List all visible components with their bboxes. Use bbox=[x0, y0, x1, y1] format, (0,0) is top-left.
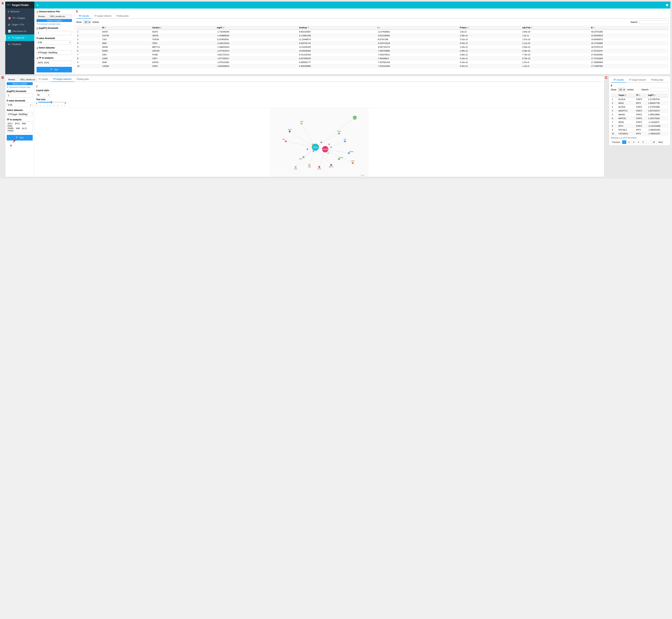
svg-point-39 bbox=[330, 164, 332, 166]
page-2-button[interactable]: 2 bbox=[627, 140, 631, 144]
svg-text:KAT2A: KAT2A bbox=[288, 129, 292, 130]
page-4-button[interactable]: 4 bbox=[636, 140, 640, 144]
tf-input-a[interactable] bbox=[37, 61, 72, 65]
page-10-button[interactable]: 10 bbox=[651, 140, 656, 144]
tf-textarea-b[interactable]: ATF3 ATF2 MYB ESR1 FOXM1 VDR GLI1 FOXA1 … bbox=[7, 122, 33, 133]
table-row: 5ANXA2STAT31.384516885 bbox=[611, 113, 669, 117]
col-header-c-tf[interactable]: TF ⇅ bbox=[635, 93, 647, 97]
page-ellipsis-button[interactable]: ... bbox=[646, 140, 650, 144]
sidebar-item-pan-tissue[interactable]: 📊 Pan-tissue cor bbox=[5, 28, 34, 35]
sidebar-label-feedback: Feedback bbox=[12, 43, 21, 46]
svg-point-31 bbox=[302, 156, 304, 158]
layout-select[interactable]: kk fr circle bbox=[36, 93, 51, 97]
svg-text:IKZF5: IKZF5 bbox=[299, 158, 302, 159]
download-label-a: Download example data bbox=[39, 23, 60, 25]
col-header-adjpval[interactable]: adj.P.Val ⇅ bbox=[521, 25, 590, 30]
tab-plotting-b[interactable]: Plotting data bbox=[74, 77, 91, 82]
svg-text:ZNF302: ZNF302 bbox=[349, 151, 354, 152]
col-header-b[interactable]: B ⇅ bbox=[590, 25, 669, 30]
tftargets-icon: 🎯 bbox=[8, 17, 11, 20]
browse-button-b[interactable]: Browse... bbox=[7, 77, 18, 81]
col-header-symbol[interactable]: Symbol ⇅ bbox=[151, 25, 216, 30]
svg-text:TOP2A: TOP2A bbox=[337, 131, 341, 132]
sidebar-item-tf-targets[interactable]: 🎯 TF-->Targets bbox=[5, 15, 34, 21]
col-header-index bbox=[76, 25, 101, 30]
svg-point-50 bbox=[328, 144, 330, 145]
go-button-b[interactable]: 🔍 Go! bbox=[7, 135, 33, 140]
tab-plotting-c[interactable]: Plotting data bbox=[649, 77, 666, 83]
table-row: 823492CBX7-1.8772325178.307905543-7.8816… bbox=[76, 57, 669, 60]
search-input-a[interactable] bbox=[639, 20, 669, 24]
search-label-c: Search: bbox=[642, 88, 649, 91]
col-header-t[interactable]: t ⇅ bbox=[376, 25, 459, 30]
page-3-button[interactable]: 3 bbox=[632, 140, 636, 144]
tab-tf-results-a[interactable]: TF results bbox=[76, 14, 91, 19]
table-controls-c: Show 10 25 entries Search: bbox=[611, 88, 669, 92]
svg-text:ZNF25: ZNF25 bbox=[317, 168, 321, 169]
download-icon-a: ⬇ bbox=[37, 23, 38, 25]
step8-number: 8 bbox=[611, 84, 612, 87]
file-name-a: DEG_results.csv bbox=[49, 14, 72, 18]
hamburger-icon[interactable]: ≡ bbox=[37, 3, 39, 7]
datasets-group-a: 3 Select datasets: bbox=[37, 47, 72, 55]
logfc-group-a: 2 |log2FC| threshold: bbox=[37, 27, 72, 35]
search-input-c[interactable] bbox=[650, 88, 669, 91]
next-button[interactable]: Next bbox=[657, 140, 664, 144]
datasets-input-b[interactable] bbox=[7, 112, 33, 117]
prev-button[interactable]: Previous bbox=[611, 140, 621, 144]
tab-tf-results-b[interactable]: TF results bbox=[36, 77, 51, 82]
feedback-icon: ✉ bbox=[8, 43, 10, 46]
sidebar-label-welcome: Welcome bbox=[10, 10, 19, 13]
entries-select-a[interactable]: 10 25 50 bbox=[83, 20, 91, 24]
browse-button-a[interactable]: Browse... bbox=[37, 14, 48, 18]
page-1-button[interactable]: 1 bbox=[622, 140, 626, 144]
panel-c-content: TF results TF-target network Plotting da… bbox=[609, 76, 670, 145]
datasets-input-a[interactable] bbox=[37, 51, 72, 55]
col-header-logfc[interactable]: logFC ⇅ bbox=[216, 25, 298, 30]
tab-tf-network-c[interactable]: TF-target network bbox=[626, 77, 649, 83]
entries-select-c[interactable]: 10 25 bbox=[618, 88, 626, 92]
download-label-b: Download example data bbox=[9, 86, 30, 88]
sidebar-item-tf-target-net[interactable]: ✦ TF-target net bbox=[5, 35, 34, 41]
pvalue-select-b[interactable]: 0.05 bbox=[7, 103, 33, 107]
pvalue-select-a[interactable]: 0.05 0.01 0.1 bbox=[37, 40, 72, 45]
tf-group-b: TF to analysis: ATF3 ATF2 MYB ESR1 FOXM1… bbox=[7, 118, 33, 133]
col-header-c-target[interactable]: Target ⇅ bbox=[617, 93, 635, 97]
col-header-id[interactable]: ID ⇅ bbox=[101, 25, 151, 30]
panel-b-tabs: TF results TF-target network Plotting da… bbox=[34, 76, 604, 177]
results-table-a: ID ⇅ Symbol ⇅ logFC ⇅ AveExpr ⇅ t ⇅ P.Va… bbox=[76, 25, 669, 68]
tab-plotting-a[interactable]: Plotting data bbox=[114, 14, 131, 19]
text-size-slider[interactable] bbox=[38, 102, 64, 105]
table-row: 9ATG16L2ATF3-1.696291691 bbox=[611, 128, 669, 132]
page-5-button[interactable]: 5 bbox=[641, 140, 645, 144]
step4-number: 4 bbox=[37, 57, 38, 60]
step6-number: 6 bbox=[10, 144, 12, 147]
sidebar-item-feedback[interactable]: ✉ Feedback bbox=[5, 41, 34, 48]
logfc-input-b[interactable] bbox=[7, 93, 33, 98]
logfc-input-a[interactable] bbox=[37, 31, 72, 35]
svg-point-27 bbox=[344, 140, 346, 142]
table-row: 6ARPC5LSTAT31.229175026 bbox=[611, 117, 669, 120]
form-panel-b: Browse... DEG_results.csv Upload complet… bbox=[5, 76, 34, 177]
col-header-aveexpr[interactable]: AveExpr ⇅ bbox=[298, 25, 377, 30]
layout-style-row: Layout style: bbox=[36, 89, 602, 92]
sidebar-item-welcome[interactable]: ℹ Welcome bbox=[5, 8, 34, 15]
tab-tf-results-c[interactable]: TF results bbox=[611, 77, 626, 83]
targettfs-icon: ⊞ bbox=[8, 23, 10, 26]
svg-point-29 bbox=[285, 140, 287, 142]
network-controls: 7 Layout style: kk fr bbox=[34, 84, 604, 108]
file-row-b: Browse... DEG_results.csv bbox=[7, 77, 33, 81]
tab-tf-network-b[interactable]: TF-target network bbox=[51, 77, 74, 82]
svg-text:OSR2: OSR2 bbox=[294, 168, 297, 169]
download-link-b[interactable]: ⬇ Download example data bbox=[7, 86, 33, 88]
go-button-a[interactable]: 🔍 Go! bbox=[37, 67, 72, 72]
download-link-a[interactable]: ⬇ Download example data bbox=[37, 23, 72, 25]
col-header-pvalue[interactable]: P.Value ⇅ bbox=[459, 25, 521, 30]
file-row: Browse... DEG_results.csv bbox=[37, 14, 72, 18]
col-header-c-logfc[interactable]: logFC ⇅ bbox=[647, 93, 669, 97]
tab-tf-network-a[interactable]: TF-target network bbox=[91, 14, 114, 19]
slider-numbers: 012345678 bbox=[36, 105, 65, 107]
sidebar-item-target-tfs[interactable]: ⊞ Target-->TFs bbox=[5, 21, 34, 28]
col-header-c-index bbox=[611, 93, 617, 97]
step3-number: 3 bbox=[37, 47, 38, 50]
